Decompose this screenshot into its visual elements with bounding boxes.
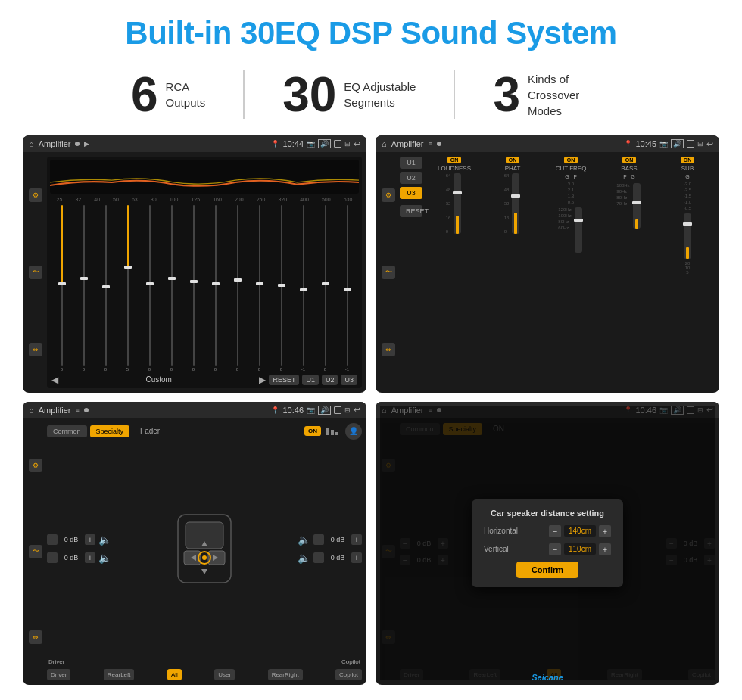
eq-sidebar-icon-2[interactable]: 〜 [29,266,42,279]
user-avatar-icon[interactable]: 👤 [345,423,362,440]
eq-sidebar-icon-1[interactable]: ⚙ [29,188,42,202]
btn-driver[interactable]: Driver [47,669,70,680]
crossover-expand-icon[interactable]: ⊟ [697,140,703,148]
fader-menu-icon[interactable]: ≡ [75,406,79,414]
minus-tl[interactable]: − [47,534,58,545]
channel-bass: ON BASS F G 100Hz90Hz80Hz70Hz [602,157,656,275]
crossover-vol-icon[interactable]: 🔊 [671,139,684,148]
eq-sidebar-icon-3[interactable]: ⇔ [29,343,42,356]
fader-2[interactable]: 0 [73,205,94,372]
svg-rect-1 [331,430,334,435]
fader-expand-icon[interactable]: ⊟ [344,406,351,414]
channel-phat: ON PHAT 644832160 [485,157,540,275]
eq-prev-arrow[interactable]: ◀ [51,375,58,385]
fader-on-toggle[interactable]: ON [304,426,321,436]
speaker-controls-left: − 0 dB + 🔈 − 0 dB + 🔈 [47,534,111,564]
fader-dot-icon [84,408,89,412]
btn-rearright[interactable]: RearRight [268,669,303,680]
btn-copilot[interactable]: Copilot [335,669,362,680]
eq-location-icon: 📍 [271,140,279,148]
fader-sidebar-icon-2[interactable]: 〜 [29,545,42,558]
btn-rearleft[interactable]: RearLeft [104,669,135,680]
crossover-screen-body: ⚙ 〜 ⇔ U1 U2 U3 RESET [376,152,719,393]
phat-slider[interactable]: 644832160 [504,173,522,234]
fader-back-icon[interactable]: ↩ [354,405,360,415]
crossover-main: U1 U2 U3 RESET ON LOUDNESS [400,157,715,388]
stat-eq: 30 EQ AdjustableSegments [245,70,455,119]
btn-all[interactable]: All [167,669,182,680]
loudness-on-badge[interactable]: ON [447,157,462,163]
eq-home-icon[interactable]: ⌂ [29,139,34,148]
plus-tl[interactable]: + [85,534,95,545]
crossover-sidebar-icon-1[interactable]: ⚙ [382,188,395,202]
crossover-camera-icon[interactable]: 📷 [659,140,668,148]
svg-point-8 [202,555,207,560]
dialog-vertical-plus[interactable]: + [599,543,611,555]
fader-4[interactable]: 5 [117,205,138,372]
plus-br[interactable]: + [351,552,362,563]
fader-x-icon[interactable] [334,406,341,414]
eq-expand-icon[interactable]: ⊟ [344,140,351,148]
phat-on-badge[interactable]: ON [506,157,520,163]
crossover-back-icon[interactable]: ↩ [706,139,713,149]
eq-camera-icon[interactable]: 📷 [307,140,315,148]
bass-on-badge[interactable]: ON [622,157,637,163]
eq-u3-btn[interactable]: U3 [341,375,357,385]
fader-6[interactable]: 0 [161,205,182,372]
fader-8[interactable]: 0 [205,205,226,372]
fader-vol-icon[interactable]: 🔊 [318,406,331,415]
crossover-time: 10:45 [635,139,656,148]
speaker-tl-icon: 🔈 [98,534,111,546]
crossover-u3-btn[interactable]: U3 [400,187,422,199]
eq-screen-body: ⚙ 〜 ⇔ 2532405063 80100125160200 25032 [23,152,366,393]
fader-10[interactable]: 0 [249,205,270,372]
eq-u1-btn[interactable]: U1 [302,375,319,385]
crossover-x-icon[interactable] [687,140,694,148]
cutfreq-on-badge[interactable]: ON [564,157,578,163]
crossover-u1-btn[interactable]: U1 [400,157,422,169]
crossover-menu-icon[interactable]: ≡ [428,140,432,148]
eq-x-icon[interactable] [334,140,341,148]
fader-5[interactable]: 0 [139,205,160,372]
dialog-horizontal-minus[interactable]: − [549,525,561,537]
tab-common[interactable]: Common [47,425,87,437]
fader-sidebar-icon-3[interactable]: ⇔ [29,630,42,644]
minus-bl[interactable]: − [47,552,58,563]
fader-home-icon[interactable]: ⌂ [29,406,34,415]
eq-vol-icon[interactable]: 🔊 [318,139,331,148]
dialog-horizontal-plus[interactable]: + [599,525,611,537]
fader-main: Common Specialty Fader ON 👤 − 0 dB + [47,423,362,681]
eq-faders[interactable]: 0 0 0 5 [50,205,359,372]
eq-next-arrow[interactable]: ▶ [259,375,266,385]
fader-3[interactable]: 0 [95,205,116,372]
sub-on-badge[interactable]: ON [681,157,695,163]
fader-1[interactable]: 0 [51,205,72,372]
fader-12[interactable]: -1 [293,205,313,372]
fader-11[interactable]: 0 [271,205,292,372]
eq-back-icon[interactable]: ↩ [354,139,360,149]
crossover-reset-btn[interactable]: RESET [400,205,422,217]
fader-sidebar-icon-1[interactable]: ⚙ [29,459,42,472]
fader-camera-icon[interactable]: 📷 [307,406,315,414]
btn-user[interactable]: User [214,669,235,680]
crossover-sidebar-icon-3[interactable]: ⇔ [382,343,395,356]
crossover-u2-btn[interactable]: U2 [400,172,422,184]
loudness-slider[interactable]: 644832160 [446,173,463,234]
minus-br[interactable]: − [313,552,324,563]
fader-13[interactable]: 0 [315,205,335,372]
fader-14[interactable]: -1 [337,205,357,372]
crossover-home-icon[interactable]: ⌂ [382,139,387,148]
fader-9[interactable]: 0 [227,205,248,372]
plus-tr[interactable]: + [351,534,362,545]
eq-play-icon[interactable]: ▶ [84,140,89,148]
fader-7[interactable]: 0 [183,205,204,372]
eq-u2-btn[interactable]: U2 [322,375,338,385]
eq-reset-btn[interactable]: RESET [269,375,299,385]
crossover-sidebar-icon-2[interactable]: 〜 [382,266,395,279]
tab-specialty[interactable]: Specialty [90,425,130,437]
dialog-confirm-button[interactable]: Confirm [516,562,578,578]
dialog-horizontal-ctrl: − 140cm + [549,525,611,537]
minus-tr[interactable]: − [313,534,324,545]
dialog-vertical-minus[interactable]: − [549,543,561,555]
plus-bl[interactable]: + [85,552,95,563]
